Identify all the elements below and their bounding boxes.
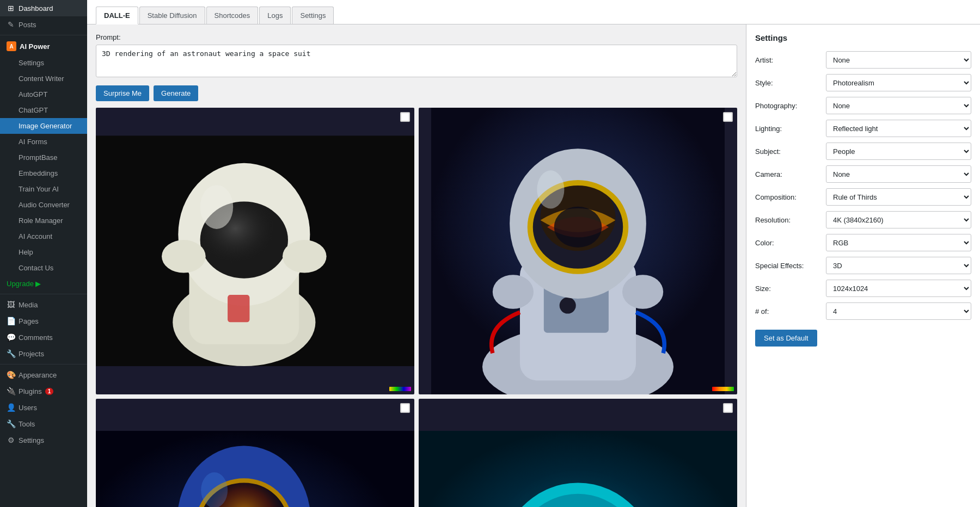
image-checkbox-4[interactable] bbox=[723, 403, 733, 413]
settings-label-4: Subject: bbox=[755, 147, 826, 156]
settings-label-0: Artist: bbox=[755, 56, 826, 64]
settings-label-2: Photography: bbox=[755, 102, 826, 110]
dashboard-icon: ⊞ bbox=[7, 4, 15, 13]
tab-stable-diffusion[interactable]: Stable Diffusion bbox=[139, 7, 205, 24]
plugins-icon: 🔌 bbox=[7, 387, 15, 395]
sidebar-item-users[interactable]: 👤 Users bbox=[0, 399, 87, 416]
ai-power-logo: A bbox=[7, 41, 16, 51]
settings-bottom-icon: ⚙ bbox=[7, 436, 15, 444]
settings-row-8: Color:RGBCMYKGrayscaleSepia bbox=[755, 234, 971, 251]
sidebar-item-settings[interactable]: Settings bbox=[0, 55, 87, 71]
left-panel: Prompt: Surprise Me Generate bbox=[87, 24, 746, 507]
sidebar-item-embeddings[interactable]: Embeddings bbox=[0, 165, 87, 181]
sidebar-item-upgrade[interactable]: Upgrade ▶ bbox=[0, 276, 87, 292]
settings-select-special-effects[interactable]: None3DHDRBokehMotion Blur bbox=[826, 257, 971, 274]
sidebar-item-contact-us[interactable]: Contact Us bbox=[0, 260, 87, 276]
image-cell-2 bbox=[419, 108, 737, 394]
surprise-me-button[interactable]: Surprise Me bbox=[96, 85, 149, 101]
settings-title: Settings bbox=[755, 33, 971, 42]
sidebar-item-pages[interactable]: 📄 Pages bbox=[0, 313, 87, 329]
settings-row-4: Subject:NonePeopleAnimalsNatureArchitect… bbox=[755, 143, 971, 160]
sidebar-item-help[interactable]: Help bbox=[0, 244, 87, 260]
tab-settings[interactable]: Settings bbox=[292, 7, 334, 24]
image-checkbox-1[interactable] bbox=[400, 112, 410, 122]
settings-select-composition[interactable]: NoneRule of ThirdsSymmetryGolden RatioLe… bbox=[826, 188, 971, 206]
sidebar-item-promptbase[interactable]: PromptBase bbox=[0, 150, 87, 165]
sidebar-item-autogpt[interactable]: AutoGPT bbox=[0, 86, 87, 102]
settings-label-9: Special Effects: bbox=[755, 262, 826, 270]
image-cell-3 bbox=[96, 399, 414, 508]
svg-point-19 bbox=[554, 207, 602, 248]
svg-point-15 bbox=[560, 297, 576, 313]
comments-icon: 💬 bbox=[7, 333, 15, 342]
image-checkbox-3[interactable] bbox=[400, 403, 410, 413]
svg-point-21 bbox=[537, 170, 564, 208]
settings-row-9: Special Effects:None3DHDRBokehMotion Blu… bbox=[755, 257, 971, 274]
divider-3 bbox=[0, 364, 87, 364]
sidebar-item-ai-power[interactable]: A AI Power bbox=[0, 38, 87, 55]
sidebar-item-comments[interactable]: 💬 Comments bbox=[0, 329, 87, 345]
projects-icon: 🔧 bbox=[7, 349, 15, 358]
settings-label-3: Lighting: bbox=[755, 125, 826, 133]
sidebar-item-projects[interactable]: 🔧 Projects bbox=[0, 345, 87, 362]
color-patch-1 bbox=[389, 387, 411, 391]
sidebar-item-role-manager[interactable]: Role Manager bbox=[0, 213, 87, 228]
svg-point-32 bbox=[201, 472, 228, 507]
divider-2 bbox=[0, 294, 87, 294]
color-patch-2 bbox=[712, 387, 734, 391]
settings-row-3: Lighting:NoneNatural lightReflected ligh… bbox=[755, 120, 971, 137]
sidebar-item-ai-account[interactable]: AI Account bbox=[0, 228, 87, 244]
svg-rect-7 bbox=[228, 295, 249, 322]
settings-row-7: Resolution:1K2K4K (3840x2160)8K bbox=[755, 211, 971, 228]
sidebar-item-ai-forms[interactable]: AI Forms bbox=[0, 134, 87, 150]
prompt-section: Prompt: bbox=[96, 33, 737, 79]
svg-point-6 bbox=[200, 185, 234, 229]
sidebar-item-settings-bottom[interactable]: ⚙ Settings bbox=[0, 432, 87, 448]
image-cell-4 bbox=[419, 399, 737, 508]
set-as-default-button[interactable]: Set as Default bbox=[755, 330, 817, 347]
settings-select-style[interactable]: PhotorealismAbstractOil PaintingWatercol… bbox=[826, 74, 971, 91]
svg-point-23 bbox=[622, 275, 663, 309]
sidebar-item-dashboard[interactable]: ⊞ Dashboard bbox=[0, 0, 87, 16]
tab-shortcodes[interactable]: Shortcodes bbox=[206, 7, 259, 24]
sidebar: ⊞ Dashboard ✎ Posts A AI Power Settings … bbox=[0, 0, 87, 507]
settings-select-camera[interactable]: NoneDSLRFilmPolaroidWide angle bbox=[826, 165, 971, 183]
tab-logs[interactable]: Logs bbox=[259, 7, 291, 24]
image-4 bbox=[419, 399, 737, 508]
sidebar-item-content-writer[interactable]: Content Writer bbox=[0, 71, 87, 86]
settings-select-subject[interactable]: NonePeopleAnimalsNatureArchitecture bbox=[826, 143, 971, 160]
prompt-textarea[interactable] bbox=[96, 45, 737, 77]
sidebar-item-train-your-ai[interactable]: Train Your AI bbox=[0, 181, 87, 197]
settings-select-lighting[interactable]: NoneNatural lightReflected lightStudio l… bbox=[826, 120, 971, 137]
image-1 bbox=[96, 108, 414, 394]
sidebar-item-posts[interactable]: ✎ Posts bbox=[0, 16, 87, 33]
tools-icon: 🔧 bbox=[7, 419, 15, 428]
settings-row-0: Artist:NoneLeonardo da VinciPicassoVan G… bbox=[755, 51, 971, 69]
sidebar-item-chatgpt[interactable]: ChatGPT bbox=[0, 102, 87, 118]
settings-select-resolution[interactable]: 1K2K4K (3840x2160)8K bbox=[826, 211, 971, 228]
settings-select-photography[interactable]: NonePortraitLandscapeMacroStreet bbox=[826, 97, 971, 114]
sidebar-item-audio-converter[interactable]: Audio Converter bbox=[0, 197, 87, 213]
image-cell-1 bbox=[96, 108, 414, 394]
appearance-icon: 🎨 bbox=[7, 370, 15, 379]
divider bbox=[0, 35, 87, 35]
generate-button[interactable]: Generate bbox=[154, 85, 198, 101]
sidebar-item-tools[interactable]: 🔧 Tools bbox=[0, 416, 87, 432]
settings-rows: Artist:NoneLeonardo da VinciPicassoVan G… bbox=[755, 51, 971, 320]
image-2 bbox=[419, 108, 737, 394]
prompt-label: Prompt: bbox=[96, 33, 737, 41]
sidebar-item-media[interactable]: 🖼 Media bbox=[0, 296, 87, 313]
settings-select-artist[interactable]: NoneLeonardo da VinciPicassoVan GoghMone… bbox=[826, 51, 971, 69]
settings-select-size[interactable]: 256x256512x5121024x10241024x17921792x102… bbox=[826, 280, 971, 297]
sidebar-item-image-generator[interactable]: Image Generator bbox=[0, 118, 87, 134]
settings-row-2: Photography:NonePortraitLandscapeMacroSt… bbox=[755, 97, 971, 114]
sidebar-item-appearance[interactable]: 🎨 Appearance bbox=[0, 367, 87, 383]
image-checkbox-2[interactable] bbox=[723, 112, 733, 122]
settings-select-color[interactable]: RGBCMYKGrayscaleSepia bbox=[826, 234, 971, 251]
tab-dall-e[interactable]: DALL-E bbox=[96, 7, 138, 24]
sidebar-item-plugins[interactable]: 🔌 Plugins 1 bbox=[0, 383, 87, 399]
settings-select-num-of[interactable]: 123456 bbox=[826, 302, 971, 320]
content-area: Prompt: Surprise Me Generate bbox=[87, 24, 980, 507]
svg-point-22 bbox=[493, 275, 534, 309]
settings-label-5: Camera: bbox=[755, 170, 826, 178]
